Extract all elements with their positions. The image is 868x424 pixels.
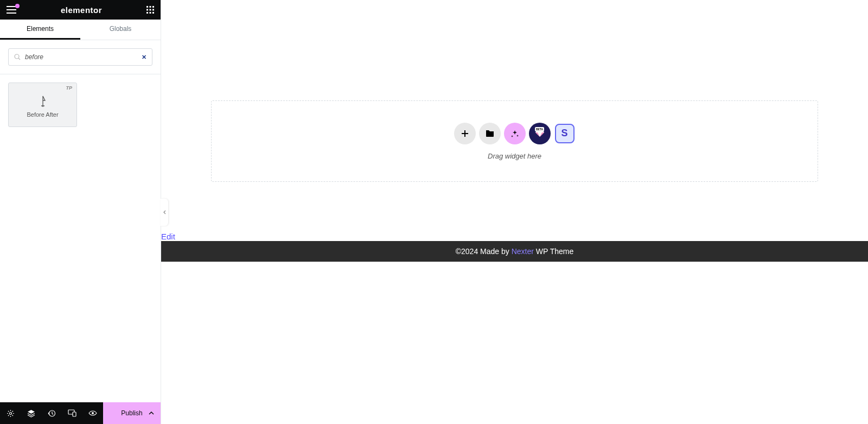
svg-rect-2 [152,6,154,8]
search-input[interactable] [25,53,137,61]
eye-icon [88,410,97,416]
svg-point-9 [15,54,19,59]
history-icon [48,409,56,417]
s-icon-label: S [561,128,567,139]
templates-button[interactable] [479,123,501,144]
svg-point-14 [92,412,94,414]
footer-link[interactable]: Nexter [512,247,534,256]
grid-icon [146,6,154,14]
gear-icon [7,409,15,417]
page-footer: ©2024 Made by Nexter WP Theme [161,241,868,262]
search-wrap: ✕ [0,40,161,74]
devices-icon [68,409,76,417]
plus-icon [461,130,469,137]
layers-icon [27,409,35,417]
publish-button[interactable]: Publish [103,402,161,424]
hamburger-icon [7,6,16,14]
panel-footer: Publish [0,402,161,424]
dropzone-buttons: BETA S [454,123,576,144]
clear-search-button[interactable]: ✕ [142,54,146,61]
history-button[interactable] [41,402,62,424]
search-box: ✕ [8,48,152,66]
apps-button[interactable] [146,6,154,14]
svg-point-10 [9,412,11,414]
beta-badge: BETA [535,127,544,131]
widget-label: Before After [27,111,58,118]
svg-rect-1 [149,6,151,8]
before-after-icon [37,95,48,107]
svg-rect-0 [146,6,148,8]
chevron-up-icon [149,412,154,415]
sparkle-icon [510,129,519,138]
dropzone-text: Drag widget here [488,152,541,160]
settings-button[interactable] [0,402,21,424]
edit-link[interactable]: Edit [161,232,868,241]
publish-label: Publish [121,409,142,417]
widget-before-after[interactable]: TP Before After [8,83,77,127]
responsive-button[interactable] [62,402,82,424]
footer-suffix: WP Theme [534,247,573,256]
svg-rect-7 [149,12,151,14]
widget-badge: TP [66,85,72,91]
svg-rect-5 [152,9,154,11]
widgets-list: TP Before After [0,74,161,402]
tab-elements[interactable]: Elements [0,20,80,40]
svg-rect-4 [149,9,151,11]
search-icon [14,54,21,60]
dropzone[interactable]: BETA S Drag widget here [211,100,818,182]
svg-rect-8 [152,12,154,14]
svg-rect-3 [146,9,148,11]
add-section-button[interactable] [454,123,476,144]
panel-tabs: Elements Globals [0,20,161,40]
premium-button[interactable]: BETA [529,123,551,144]
navigator-button[interactable] [21,402,41,424]
editor-panel: elementor Elements Globals ✕ TP Before A… [0,0,161,424]
tab-globals[interactable]: Globals [80,20,161,40]
ai-button[interactable] [504,123,526,144]
folder-icon [486,130,494,137]
svg-rect-6 [146,12,148,14]
svg-rect-13 [73,412,76,416]
footer-prefix: ©2024 Made by [456,247,512,256]
menu-button[interactable] [7,6,16,14]
canvas: BETA S Drag widget here Edit ©2024 Made … [161,0,868,424]
s-button[interactable]: S [555,124,575,143]
panel-header: elementor [0,0,161,20]
preview-button[interactable] [82,402,103,424]
collapse-panel-button[interactable] [161,199,168,226]
logo: elementor [61,5,102,15]
chevron-left-icon [163,210,166,214]
